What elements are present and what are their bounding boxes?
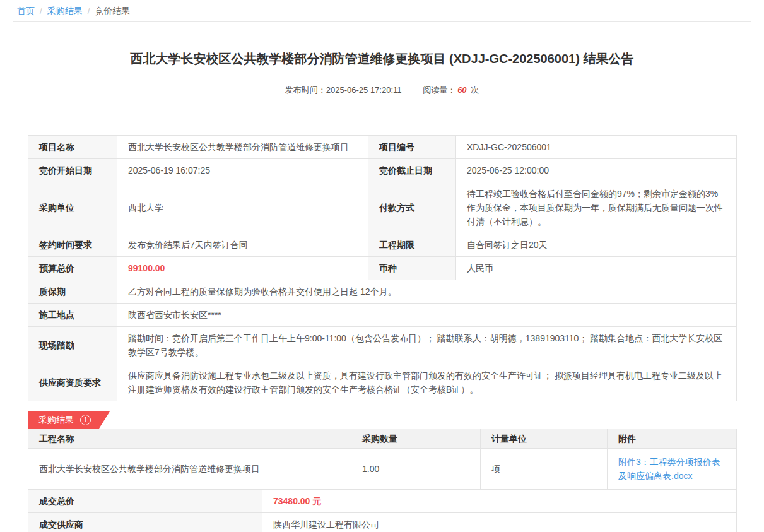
table-row: 成交总价 73480.00 元 (28, 490, 737, 513)
table-row: 项目名称 西北大学长安校区公共教学楼部分消防管道维修更换项目 项目编号 XDJJ… (28, 136, 737, 159)
bid-start-value: 2025-06-19 16:07:25 (117, 159, 368, 182)
header-quantity: 采购数量 (351, 429, 481, 449)
deal-supplier-value: 陕西华川建设工程有限公司 (262, 513, 737, 532)
duration-value: 自合同签订之日20天 (456, 233, 737, 257)
breadcrumb-section-link[interactable]: 采购结果 (47, 6, 83, 16)
duration-label: 工程期限 (368, 233, 456, 257)
signing-time-value: 发布竞价结果后7天内签订合同 (117, 233, 368, 257)
bid-end-value: 2025-06-25 12:00:00 (456, 159, 737, 182)
project-name-value: 西北大学长安校区公共教学楼部分消防管道维修更换项目 (117, 136, 368, 159)
project-name-label: 项目名称 (28, 136, 117, 159)
table-row: 供应商资质要求 供应商应具备消防设施工程专业承包二级及以上资质，具有建设行政主管… (28, 364, 737, 401)
warranty-value: 乙方对合同工程的质量保修期为验收合格并交付使用之日起 12个月。 (117, 280, 737, 304)
payment-label: 付款方式 (368, 182, 456, 233)
site-label: 施工地点 (28, 304, 117, 327)
publish-time: 发布时间：2025-06-25 17:20:11 (285, 85, 402, 95)
table-row: 成交供应商 陕西华川建设工程有限公司 (28, 513, 737, 532)
currency-value: 人民币 (456, 257, 737, 280)
result-project-name: 西北大学长安校区公共教学楼部分消防管道维修更换项目 (28, 449, 351, 490)
result-table-header-row: 工程名称 采购数量 计量单位 附件 (28, 429, 737, 449)
signing-time-label: 签约时间要求 (28, 233, 117, 257)
publish-time-label: 发布时间： (285, 85, 326, 95)
views-unit: 次 (471, 85, 479, 95)
result-badge-label: 采购结果 (38, 415, 74, 426)
result-unit: 项 (481, 449, 608, 490)
site-value: 陕西省西安市长安区**** (117, 304, 737, 327)
table-row: 签约时间要求 发布竞价结果后7天内签订合同 工程期限 自合同签订之日20天 (28, 233, 737, 257)
breadcrumb-home-link[interactable]: 首页 (17, 6, 35, 16)
result-summary-table: 成交总价 73480.00 元 成交供应商 陕西华川建设工程有限公司 (28, 489, 737, 532)
table-row: 现场踏勘 踏勘时间：竞价开启后第三个工作日上午上午9:00-11:00（包含公告… (28, 327, 737, 364)
breadcrumb-separator: / (40, 6, 42, 16)
currency-label: 币种 (368, 257, 456, 280)
survey-label: 现场踏勘 (28, 327, 117, 364)
views-count: 60 (457, 85, 466, 95)
views-counter: 阅读量：60 次 (423, 85, 479, 95)
result-table-row: 西北大学长安校区公共教学楼部分消防管道维修更换项目 1.00 项 附件3：工程类… (28, 449, 737, 490)
budget-label: 预算总价 (28, 257, 117, 280)
table-row: 施工地点 陕西省西安市长安区**** (28, 304, 737, 327)
result-attachment-cell: 附件3：工程类分项报价表及响应偏离表.docx (608, 449, 737, 490)
bid-start-label: 竞价开始日期 (28, 159, 117, 182)
breadcrumb-separator: / (88, 6, 90, 16)
article-meta: 发布时间：2025-06-25 17:20:11 阅读量：60 次 (28, 85, 736, 96)
purchaser-value: 西北大学 (117, 182, 368, 233)
purchaser-label: 采购单位 (28, 182, 117, 233)
table-row: 预算总价 99100.00 币种 人民币 (28, 257, 737, 280)
budget-value: 99100.00 (117, 257, 368, 280)
project-code-value: XDJJ-GC-202506001 (456, 136, 737, 159)
views-label: 阅读量： (423, 85, 455, 95)
breadcrumb-current: 竞价结果 (95, 6, 130, 16)
project-code-label: 项目编号 (368, 136, 456, 159)
table-row: 竞价开始日期 2025-06-19 16:07:25 竞价截止日期 2025-0… (28, 159, 737, 182)
breadcrumb: 首页/采购结果/竞价结果 (0, 0, 764, 17)
bid-end-label: 竞价截止日期 (368, 159, 456, 182)
qualification-value: 供应商应具备消防设施工程专业承包二级及以上资质，具有建设行政主管部门颁发的有效的… (117, 364, 737, 401)
publish-time-value: 2025-06-25 17:20:11 (326, 85, 402, 95)
result-section-badge: 采购结果 1 (28, 411, 110, 429)
table-row: 质保期 乙方对合同工程的质量保修期为验收合格并交付使用之日起 12个月。 (28, 280, 737, 304)
header-attachment: 附件 (608, 429, 737, 449)
survey-value: 踏勘时间：竞价开启后第三个工作日上午上午9:00-11:00（包含公告发布日）；… (117, 327, 737, 364)
result-quantity: 1.00 (351, 449, 481, 490)
payment-value: 待工程竣工验收合格后付至合同金额的97%；剩余审定金额的3%作为质保金，本项目质… (456, 182, 737, 233)
project-info-table: 项目名称 西北大学长安校区公共教学楼部分消防管道维修更换项目 项目编号 XDJJ… (28, 135, 737, 401)
attachment-link[interactable]: 附件3：工程类分项报价表及响应偏离表.docx (618, 457, 720, 481)
deal-total-label: 成交总价 (28, 490, 262, 513)
result-table: 工程名称 采购数量 计量单位 附件 西北大学长安校区公共教学楼部分消防管道维修更… (28, 429, 737, 490)
header-unit: 计量单位 (481, 429, 608, 449)
result-count-badge: 1 (80, 415, 91, 425)
page-title: 西北大学长安校区公共教学楼部分消防管道维修更换项目 (XDJJ-GC-20250… (66, 50, 698, 68)
qualification-label: 供应商资质要求 (28, 364, 117, 401)
deal-total-value: 73480.00 元 (262, 490, 737, 513)
deal-supplier-label: 成交供应商 (28, 513, 262, 532)
result-badge-wrap: 采购结果 1 (28, 411, 736, 429)
announcement-card: 西北大学长安校区公共教学楼部分消防管道维修更换项目 (XDJJ-GC-20250… (13, 21, 751, 532)
header-project-name: 工程名称 (28, 429, 351, 449)
table-row: 采购单位 西北大学 付款方式 待工程竣工验收合格后付至合同金额的97%；剩余审定… (28, 182, 737, 233)
warranty-label: 质保期 (28, 280, 117, 304)
